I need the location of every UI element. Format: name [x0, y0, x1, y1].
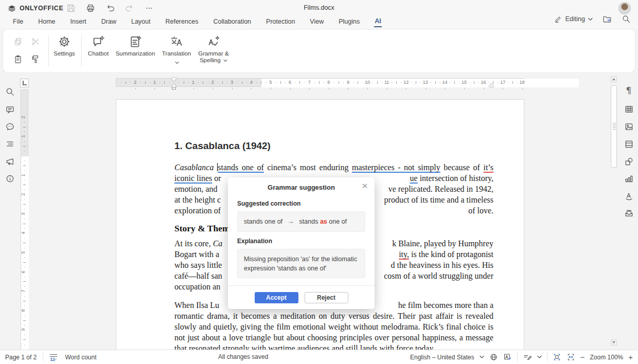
translation-icon: [170, 35, 183, 48]
title-bar: ONLYOFFICE Films.docx FileHomeInsertDraw…: [0, 0, 638, 29]
scroll-up-arrow[interactable]: [611, 76, 617, 82]
tab-protection[interactable]: Protection: [265, 16, 295, 27]
right-indent-marker[interactable]: [489, 81, 494, 87]
doc-line[interactable]: that resonated strongly with wartime aud…: [174, 343, 493, 350]
doc-line[interactable]: romantic drama, it becomes a meditation …: [174, 311, 493, 321]
chatbot-icon: [92, 35, 105, 48]
tab-plugins[interactable]: Plugins: [338, 16, 360, 27]
tab-ai[interactable]: AI: [374, 16, 382, 27]
tab-layout[interactable]: Layout: [131, 16, 151, 27]
user-avatar[interactable]: [618, 2, 631, 14]
tab-view[interactable]: View: [309, 16, 324, 27]
reject-button[interactable]: Reject: [305, 292, 348, 303]
tab-insert[interactable]: Insert: [70, 16, 87, 27]
cut-icon[interactable]: [29, 35, 42, 48]
grammar-spelling-icon: [207, 35, 220, 48]
summarization-icon: [129, 35, 142, 48]
globe-icon[interactable]: [489, 353, 498, 361]
chatbot-label: Chatbot: [88, 50, 109, 57]
close-icon[interactable]: ✕: [360, 181, 369, 191]
explanation-label: Explanation: [237, 238, 272, 245]
translation-button[interactable]: Translation: [157, 35, 196, 68]
doc-line[interactable]: Casablanca stands one of cinema’s most e…: [174, 162, 493, 173]
zoom-in-icon[interactable]: +: [628, 353, 633, 361]
pencil-icon: [554, 15, 562, 23]
editing-mode-button[interactable]: Editing: [554, 15, 593, 23]
chevron-down-icon[interactable]: [537, 355, 542, 359]
ai-toolbar: Settings Chatbot Summarization Translati…: [3, 30, 635, 72]
correction-box: stands one of → stands as one of: [237, 211, 365, 232]
scroll-down-arrow[interactable]: [611, 339, 617, 345]
chevron-down-icon: [223, 57, 227, 64]
left-rail: [0, 72, 20, 350]
scrollbar-thumb[interactable]: [611, 85, 617, 168]
tab-stop-selector[interactable]: [20, 79, 29, 87]
search-icon[interactable]: [622, 14, 631, 24]
chevron-down-icon: [175, 57, 179, 66]
tab-collaboration[interactable]: Collaboration: [212, 16, 252, 27]
word-count-icon: 12-: [49, 353, 59, 361]
spellcheck-icon[interactable]: [503, 353, 512, 361]
shape-icon[interactable]: [624, 156, 634, 167]
status-bar: Page 1 of 2 12- Word count All changes s…: [0, 350, 638, 364]
dialog-title: Grammar suggestion: [228, 184, 375, 191]
doc-line[interactable]: not just about a love triangle but about…: [174, 332, 493, 343]
text-art-icon[interactable]: [624, 191, 634, 201]
paragraph-settings-icon[interactable]: ¶: [624, 85, 634, 96]
tab-file[interactable]: File: [12, 16, 24, 27]
paste-icon[interactable]: [11, 52, 25, 66]
tab-home[interactable]: Home: [38, 16, 56, 27]
vertical-ruler[interactable]: 21123456789: [21, 89, 28, 350]
doc-line[interactable]: slowly and quietly, giving the film emot…: [174, 321, 493, 332]
word-count-button[interactable]: Word count: [65, 354, 96, 361]
copy-icon[interactable]: [11, 35, 25, 48]
open-file-location-icon[interactable]: [602, 14, 612, 24]
menu-tabs: FileHomeInsertDrawLayoutReferencesCollab…: [12, 15, 382, 28]
explanation-box: Missing preposition 'as' for the idiomat…: [237, 249, 365, 278]
search-icon[interactable]: [5, 86, 15, 97]
track-changes-icon[interactable]: [523, 353, 532, 362]
format-painter-icon[interactable]: [29, 52, 42, 66]
summarization-label: Summarization: [116, 50, 155, 57]
accept-button[interactable]: Accept: [255, 292, 298, 303]
header-footer-icon[interactable]: [624, 139, 634, 149]
navigation-icon[interactable]: [5, 139, 15, 149]
grammar-spelling-button[interactable]: Grammar & Spelling: [193, 35, 234, 68]
image-icon[interactable]: [624, 121, 634, 132]
translation-label: Translation: [162, 50, 191, 57]
about-icon[interactable]: [5, 173, 15, 184]
document-title: Films.docx: [0, 4, 638, 11]
mail-merge-icon[interactable]: [624, 208, 634, 218]
comments-icon[interactable]: [5, 104, 15, 115]
page-indicator[interactable]: Page 1 of 2: [5, 354, 37, 361]
zoom-out-icon[interactable]: −: [580, 353, 585, 361]
top-right-controls: Editing: [554, 14, 631, 24]
left-indent-marker[interactable]: [172, 87, 176, 89]
chat-icon[interactable]: [5, 121, 15, 132]
correction-to: stands as one of: [299, 218, 347, 225]
chevron-down-icon[interactable]: [480, 355, 484, 359]
chart-icon[interactable]: [624, 173, 634, 184]
right-rail: ¶: [619, 72, 638, 350]
tab-draw[interactable]: Draw: [101, 16, 117, 27]
editing-mode-label: Editing: [565, 15, 585, 23]
doc-heading-1[interactable]: 1. Casablanca (1942): [174, 140, 271, 152]
feedback-icon[interactable]: [5, 156, 15, 167]
ai-settings-button[interactable]: Settings: [45, 35, 83, 68]
fit-width-icon[interactable]: [566, 353, 575, 361]
summarization-button[interactable]: Summarization: [113, 35, 157, 68]
arrow-icon: →: [288, 218, 294, 225]
zoom-level[interactable]: Zoom 100%: [590, 354, 624, 361]
gear-icon: [58, 35, 71, 48]
fit-page-icon[interactable]: [553, 353, 561, 361]
hanging-indent-marker[interactable]: [171, 81, 176, 87]
settings-label: Settings: [54, 50, 75, 57]
vertical-scrollbar[interactable]: [610, 76, 617, 345]
workspace: 21123456789101112131415161718 2112345678…: [0, 72, 638, 350]
language-selector[interactable]: English – United States: [410, 354, 474, 361]
chatbot-button[interactable]: Chatbot: [79, 35, 117, 68]
horizontal-ruler[interactable]: 21123456789101112131415161718: [29, 78, 610, 87]
suggested-correction-label: Suggested correction: [237, 200, 300, 207]
tab-references[interactable]: References: [165, 16, 199, 27]
table-icon[interactable]: [624, 104, 634, 114]
